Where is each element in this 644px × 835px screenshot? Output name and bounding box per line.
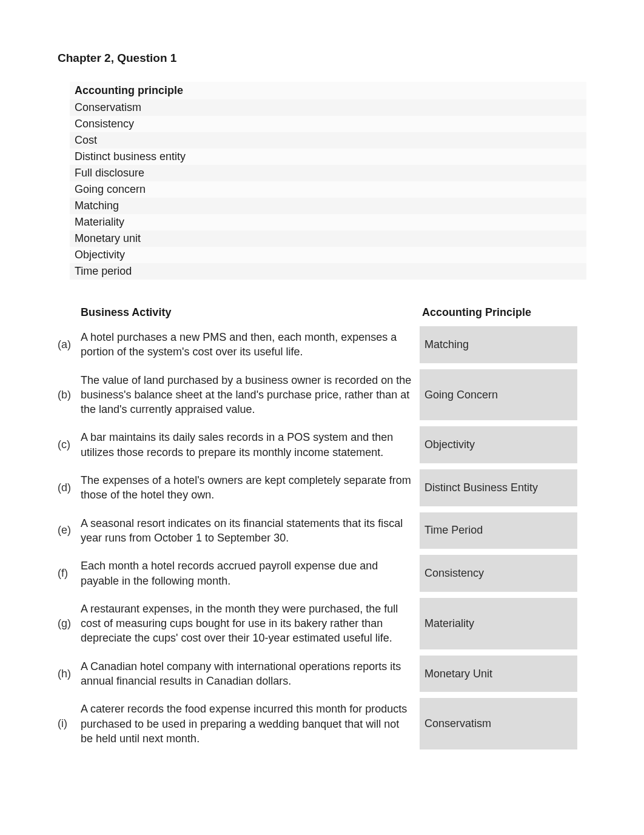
question-label: (h) <box>58 656 81 692</box>
question-activity: Each month a hotel records accrued payro… <box>81 555 417 592</box>
question-answer: Materiality <box>420 598 577 649</box>
question-answer: Going Concern <box>420 369 577 421</box>
question-answer: Consistency <box>420 555 577 592</box>
question-answer: Monetary Unit <box>420 656 577 692</box>
question-row: (i) A caterer records the food expense i… <box>58 698 586 749</box>
questions-section: Business Activity Accounting Principle (… <box>58 303 586 749</box>
principle-item: Conservatism <box>70 99 586 116</box>
question-row: (c) A bar maintains its daily sales reco… <box>58 426 586 463</box>
question-label: (i) <box>58 698 81 749</box>
question-row: (a) A hotel purchases a new PMS and then… <box>58 326 586 363</box>
principles-header: Accounting principle <box>70 82 586 99</box>
question-label: (g) <box>58 598 81 649</box>
question-answer: Time Period <box>420 512 577 549</box>
question-row: (e) A seasonal resort indicates on its f… <box>58 512 586 549</box>
question-row: (f) Each month a hotel records accrued p… <box>58 555 586 592</box>
page-title: Chapter 2, Question 1 <box>58 52 586 65</box>
activity-column-header: Business Activity <box>81 303 417 323</box>
question-label: (f) <box>58 555 81 592</box>
question-header-row: Business Activity Accounting Principle <box>58 303 586 323</box>
question-label: (b) <box>58 369 81 421</box>
principle-item: Materiality <box>70 214 586 230</box>
question-activity: A hotel purchases a new PMS and then, ea… <box>81 326 417 363</box>
question-label: (d) <box>58 469 81 506</box>
principle-item: Cost <box>70 132 586 149</box>
principles-list-section: Accounting principle Conservatism Consis… <box>70 82 586 280</box>
question-activity: The expenses of a hotel's owners are kep… <box>81 469 417 506</box>
principle-item: Monetary unit <box>70 230 586 247</box>
question-row: (b) The value of land purchased by a bus… <box>58 369 586 421</box>
question-activity: A caterer records the food expense incur… <box>81 698 417 749</box>
question-label: (e) <box>58 512 81 549</box>
question-answer: Conservatism <box>420 698 577 749</box>
principle-item: Consistency <box>70 116 586 132</box>
question-activity: A Canadian hotel company with internatio… <box>81 656 417 692</box>
principle-item: Objectivity <box>70 247 586 263</box>
principle-item: Full disclosure <box>70 165 586 181</box>
principle-item: Time period <box>70 263 586 280</box>
question-answer: Matching <box>420 326 577 363</box>
question-answer: Distinct Business Entity <box>420 469 577 506</box>
question-row: (h) A Canadian hotel company with intern… <box>58 656 586 692</box>
question-label: (a) <box>58 326 81 363</box>
question-activity: A seasonal resort indicates on its finan… <box>81 512 417 549</box>
question-label: (c) <box>58 426 81 463</box>
question-activity: A restaurant expenses, in the month they… <box>81 598 417 649</box>
principle-item: Distinct business entity <box>70 149 586 165</box>
question-activity: A bar maintains its daily sales records … <box>81 426 417 463</box>
principle-column-header: Accounting Principle <box>420 303 577 323</box>
label-spacer <box>58 303 81 323</box>
question-answer: Objectivity <box>420 426 577 463</box>
question-row: (g) A restaurant expenses, in the month … <box>58 598 586 649</box>
question-activity: The value of land purchased by a busines… <box>81 369 417 421</box>
question-row: (d) The expenses of a hotel's owners are… <box>58 469 586 506</box>
principle-item: Matching <box>70 198 586 214</box>
principle-item: Going concern <box>70 181 586 198</box>
